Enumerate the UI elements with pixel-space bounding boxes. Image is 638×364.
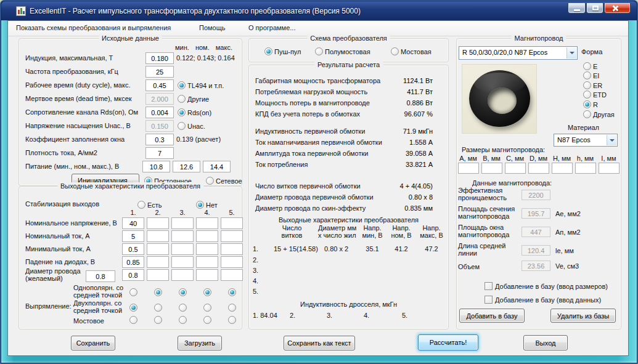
load-button[interactable]: Загрузить [178,336,222,350]
diode-drop-1[interactable] [122,256,144,268]
minimal-current-1[interactable] [122,243,144,255]
induction-input[interactable] [145,52,174,64]
nominal-current-5[interactable] [221,230,243,242]
nominal-current-3[interactable] [171,230,194,242]
size-input-i[interactable] [599,163,620,174]
menu-about[interactable]: О программе... [248,24,295,31]
calculate-button[interactable]: Рассчитать! [418,334,478,350]
maximize-button[interactable] [586,3,603,14]
radio-half-bridge[interactable] [315,47,323,55]
rds-input[interactable] [145,107,174,118]
diode-drop-5[interactable] [221,256,243,268]
radio-rect-unipolar-2[interactable] [154,288,162,296]
minimal-current-3[interactable] [171,243,194,255]
radio-usat[interactable] [178,122,186,130]
fill-factor-input[interactable] [145,134,174,145]
duty-input[interactable] [145,79,174,91]
wire-diameter-3[interactable] [171,269,194,281]
nominal-voltage-2[interactable] [147,217,169,229]
menu-help[interactable]: Помощь [199,24,226,31]
nominal-current-1[interactable] [122,230,144,242]
radio-shape-e-label: E [593,63,597,70]
out-row3-num: 3. [253,267,258,274]
radio-tl494[interactable] [178,81,186,89]
radio-rect-bridge-4[interactable] [203,316,211,324]
radio-shape-ei[interactable] [583,71,591,79]
group-results: Результаты расчета Габаритная мощность т… [248,65,449,330]
close-button[interactable] [604,3,631,14]
frequency-input[interactable] [145,66,174,78]
nominal-voltage-5[interactable] [221,217,243,229]
wire-diameter-5[interactable] [221,269,243,281]
minimal-current-2[interactable] [147,243,169,255]
radio-shape-r[interactable] [583,100,591,108]
supply-min-input[interactable] [142,161,170,172]
size-input-h-big[interactable] [552,163,573,174]
radio-rect-bipolar-2[interactable] [154,304,162,312]
titlebar[interactable]: ExcellentIT - Расчет импульсного трансфо… [1,1,637,20]
radio-shape-e[interactable] [583,62,591,70]
checkbox-add-data[interactable] [485,296,493,304]
nominal-voltage-4[interactable] [196,217,218,229]
minimize-button[interactable] [568,3,586,14]
nominal-current-2[interactable] [147,230,169,242]
wire-diameter-desired-input[interactable] [86,270,115,282]
radio-rds[interactable] [178,108,186,116]
volume-unit: Ve, см3 [555,262,579,270]
diode-drop-3[interactable] [171,256,194,268]
radio-rect-bridge-5[interactable] [228,316,236,324]
menu-show-schemes[interactable]: Показать схемы преобразования и выпрямле… [16,24,171,31]
col-header-2: 2. [147,209,169,216]
minimal-current-5[interactable] [221,243,243,255]
current-density-input[interactable] [145,147,174,159]
fill-factor-note: 0.139 (расчет) [176,135,221,143]
radio-rect-bipolar-3[interactable] [179,304,187,312]
nominal-voltage-3[interactable] [171,217,194,229]
radio-rect-unipolar-4[interactable] [203,288,211,296]
radio-ac-supply[interactable] [206,177,214,185]
radio-rect-bridge-1[interactable] [129,316,137,324]
size-input-c[interactable] [505,163,526,174]
wire-diameter-1[interactable] [122,269,144,281]
supply-nom-input[interactable] [173,161,200,172]
radio-rect-bridge-3[interactable] [179,316,187,324]
radio-rect-unipolar-5[interactable] [228,288,236,296]
size-input-b[interactable] [481,163,502,174]
wire-diameter-2[interactable] [147,269,169,281]
minimal-current-4[interactable] [196,243,218,255]
radio-rect-unipolar-1[interactable] [129,288,137,296]
chevron-down-icon[interactable] [607,135,616,145]
radio-shape-er[interactable] [583,81,591,89]
nominal-voltage-1[interactable] [122,217,144,229]
size-input-a[interactable] [458,163,479,174]
radio-other-drivers[interactable] [178,95,186,103]
size-input-h-small[interactable] [575,163,596,174]
add-to-base-button[interactable]: Добавить в базу [459,309,525,323]
nominal-current-4[interactable] [196,230,218,242]
supply-max-input[interactable] [203,161,231,172]
checkbox-add-sizes[interactable] [485,282,493,290]
size-input-d[interactable] [528,163,549,174]
radio-shape-etd[interactable] [583,91,591,99]
radio-rect-bipolar-4[interactable] [203,304,211,312]
radio-stab-yes[interactable] [137,201,145,209]
radio-stab-no[interactable] [196,201,204,209]
radio-push-pull[interactable] [264,47,272,55]
radio-rect-bipolar-1[interactable] [129,304,137,312]
radio-bridge[interactable] [391,47,399,55]
delete-from-base-button[interactable]: Удалить из базы [550,309,616,323]
core-select[interactable]: R 50,0/30,0/20,0 N87 Epcos [459,46,578,60]
save-as-text-button[interactable]: Сохранить как текст [284,336,355,350]
exit-button[interactable]: Выход [523,335,568,350]
radio-shape-other[interactable] [583,110,591,118]
chevron-down-icon[interactable] [566,47,576,59]
save-button[interactable]: Сохранить [71,336,115,350]
radio-rect-bipolar-5[interactable] [228,304,236,312]
radio-rect-unipolar-3[interactable] [179,288,187,296]
material-select[interactable]: N87 Epcos [554,134,618,147]
current-density-label: Плотность тока, А/мм2 [25,149,97,156]
diode-drop-2[interactable] [147,256,169,268]
wire-diameter-4[interactable] [196,269,218,281]
diode-drop-4[interactable] [196,256,218,268]
radio-rect-bridge-2[interactable] [154,316,162,324]
